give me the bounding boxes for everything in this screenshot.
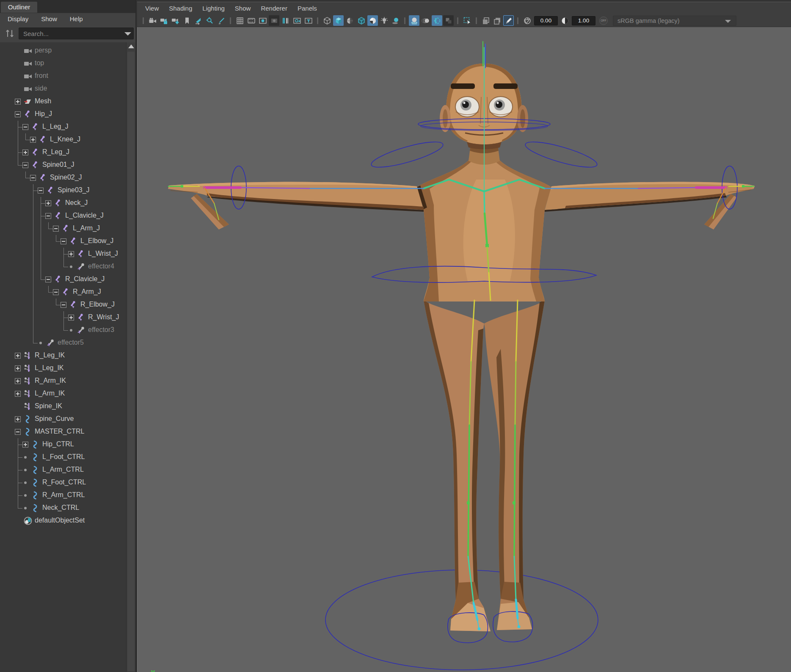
viewport-menu-panels[interactable]: Panels: [298, 5, 317, 12]
tree-row-R_Arm_IK[interactable]: R_Arm_IK: [0, 375, 127, 387]
tree-label[interactable]: R_Elbow_J: [80, 301, 115, 308]
tree-row-Spine_Curve[interactable]: Spine_Curve: [0, 413, 127, 426]
tree-row-top[interactable]: top: [0, 57, 127, 70]
highlight-pen-icon[interactable]: [503, 15, 514, 26]
tree-row-Hip_J[interactable]: Hip_J: [0, 108, 127, 121]
tree-label[interactable]: Spine02_J: [50, 174, 82, 181]
tree-row-L_Knee_J[interactable]: L_Knee_J: [0, 133, 127, 146]
tree-label[interactable]: R_Clavicle_J: [65, 275, 105, 283]
tree-label[interactable]: Hip_J: [35, 110, 52, 118]
tree-row-side[interactable]: side: [0, 83, 127, 95]
tree-label[interactable]: R_Foot_CTRL: [42, 478, 86, 486]
tree-row-Neck_J[interactable]: Neck_J: [0, 197, 127, 210]
tree-row-Mesh[interactable]: Mesh: [0, 95, 127, 108]
viewport-3d-canvas[interactable]: y: [137, 27, 791, 672]
tree-row-R_Leg_J[interactable]: R_Leg_J: [0, 146, 127, 159]
tree-label[interactable]: L_Wrist_J: [88, 250, 118, 257]
expand-toggle[interactable]: [22, 442, 28, 448]
collapse-toggle[interactable]: [61, 238, 66, 244]
bookmarks-icon[interactable]: [182, 15, 192, 26]
collapse-toggle[interactable]: [22, 162, 28, 168]
exposure-field[interactable]: 0.00: [534, 16, 558, 25]
outliner-scrollbar[interactable]: [126, 42, 135, 672]
exposure-icon-icon[interactable]: [522, 15, 532, 26]
tree-row-effector5[interactable]: effector5: [0, 337, 127, 349]
expand-toggle[interactable]: [22, 149, 28, 155]
expand-toggle[interactable]: [15, 99, 21, 105]
tree-label[interactable]: defaultObjectSet: [35, 517, 85, 524]
tree-row-MASTER_CTRL[interactable]: MASTER_CTRL: [0, 426, 127, 438]
viewport-menu-shading[interactable]: Shading: [169, 5, 192, 12]
tree-row-L_Wrist_J[interactable]: L_Wrist_J: [0, 248, 127, 260]
tree-row-Spine01_J[interactable]: Spine01_J: [0, 159, 127, 171]
expand-toggle[interactable]: [30, 137, 36, 143]
viewport-menu-view[interactable]: View: [145, 5, 159, 12]
collapse-toggle[interactable]: [22, 124, 28, 130]
isolate-select-icon[interactable]: [462, 15, 472, 26]
tree-row-R_Elbow_J[interactable]: R_Elbow_J: [0, 299, 127, 311]
depth-field-icon[interactable]: [443, 15, 454, 26]
outliner-tab[interactable]: Outliner: [1, 2, 37, 13]
tree-label[interactable]: effector4: [88, 263, 114, 270]
contrast-icon-icon[interactable]: [559, 15, 570, 26]
tree-label[interactable]: L_Clavicle_J: [65, 212, 104, 219]
tree-row-L_Clavicle_J[interactable]: L_Clavicle_J: [0, 210, 127, 222]
tree-label[interactable]: Spine_IK: [35, 402, 62, 410]
default-material-icon[interactable]: [345, 15, 355, 26]
tree-label[interactable]: L_Arm_J: [73, 224, 100, 232]
scrollbar-up-arrow[interactable]: [128, 44, 134, 48]
collapse-toggle[interactable]: [15, 111, 21, 117]
tree-label[interactable]: R_Arm_IK: [35, 377, 66, 384]
tree-label[interactable]: effector3: [88, 326, 114, 334]
tree-row-effector4[interactable]: effector4: [0, 260, 127, 273]
field-chart-icon[interactable]: [280, 15, 291, 26]
grease-pencil-icon[interactable]: [216, 15, 226, 26]
tree-label[interactable]: Spine_Curve: [35, 415, 74, 423]
tree-row-L_Arm_IK[interactable]: L_Arm_IK: [0, 387, 127, 400]
pan-zoom-icon[interactable]: [204, 15, 215, 26]
tree-label[interactable]: R_Leg_J: [42, 148, 69, 156]
tree-label[interactable]: Hip_CTRL: [42, 440, 74, 448]
search-input[interactable]: [19, 28, 134, 39]
select-camera-icon[interactable]: [147, 15, 158, 26]
lock-camera-icon[interactable]: [159, 15, 169, 26]
motion-blur-icon[interactable]: [420, 15, 431, 26]
tree-row-L_Arm_CTRL[interactable]: L_Arm_CTRL: [0, 464, 127, 476]
collapse-toggle[interactable]: [38, 188, 44, 194]
tree-label[interactable]: L_Leg_J: [42, 123, 68, 130]
expand-toggle[interactable]: [15, 353, 21, 359]
textured-icon[interactable]: [367, 15, 378, 26]
expand-toggle[interactable]: [68, 315, 74, 321]
camera-attrs-icon[interactable]: [170, 15, 181, 26]
expand-toggle[interactable]: [15, 378, 21, 384]
xray-joints-icon[interactable]: [492, 15, 502, 26]
tree-row-R_Leg_IK[interactable]: R_Leg_IK: [0, 349, 127, 362]
collapse-toggle[interactable]: [53, 226, 59, 232]
search-dropdown-arrow[interactable]: [124, 32, 131, 36]
collapse-toggle[interactable]: [53, 289, 59, 295]
tree-row-persp[interactable]: persp: [0, 44, 127, 57]
tree-label[interactable]: Neck_CTRL: [42, 504, 79, 512]
viewport-menu-renderer[interactable]: Renderer: [261, 5, 287, 12]
tree-label[interactable]: L_Knee_J: [50, 136, 80, 143]
shaded-icon[interactable]: [333, 15, 344, 26]
expand-toggle[interactable]: [15, 416, 21, 422]
tree-row-L_Arm_J[interactable]: L_Arm_J: [0, 222, 127, 235]
tree-row-R_Clavicle_J[interactable]: R_Clavicle_J: [0, 273, 127, 286]
safe-title-icon[interactable]: [303, 15, 314, 26]
tree-row-defaultObjectSet[interactable]: defaultObjectSet: [0, 514, 127, 527]
res-gate-icon[interactable]: [257, 15, 268, 26]
tree-label[interactable]: effector5: [58, 339, 84, 346]
tree-row-R_Foot_CTRL[interactable]: R_Foot_CTRL: [0, 476, 127, 489]
lights-icon[interactable]: [379, 15, 389, 26]
tree-row-R_Arm_J[interactable]: R_Arm_J: [0, 286, 127, 299]
wire-on-shaded-icon[interactable]: [356, 15, 367, 26]
safe-action-icon[interactable]: [292, 15, 302, 26]
expand-toggle[interactable]: [45, 200, 51, 206]
tree-label[interactable]: Spine03_J: [58, 186, 90, 194]
expand-toggle[interactable]: [15, 391, 21, 397]
expand-toggle[interactable]: [15, 365, 21, 371]
expand-toggle[interactable]: [68, 251, 74, 257]
grid-icon[interactable]: [234, 15, 245, 26]
outliner-menu-display[interactable]: Display: [8, 15, 28, 22]
